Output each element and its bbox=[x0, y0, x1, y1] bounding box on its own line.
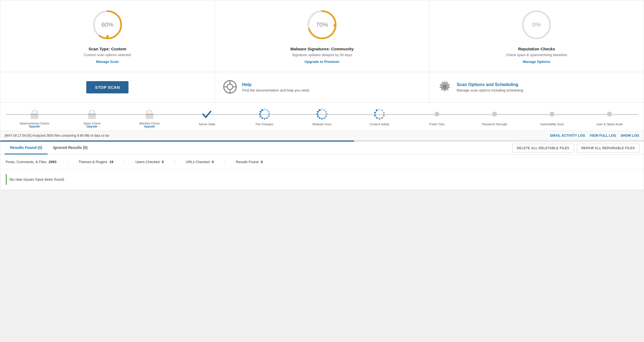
no-issues-bar bbox=[6, 174, 7, 185]
help-icon bbox=[223, 80, 237, 95]
svg-point-15 bbox=[443, 85, 447, 89]
ignored-results-tab[interactable]: Ignored Results (0) bbox=[48, 142, 93, 154]
scan-type-circle: 60% bbox=[91, 8, 124, 41]
step-label-password-strength: Password Strength bbox=[482, 123, 507, 126]
step-label-malware-scan: Malware Scan bbox=[312, 123, 332, 126]
stat-urls: URLs Checked 0 bbox=[186, 160, 214, 164]
help-title[interactable]: Help bbox=[242, 82, 309, 87]
spinner-icon-file-changes bbox=[259, 108, 271, 121]
svg-point-40 bbox=[316, 113, 318, 115]
help-cell: Help Find the documentation and help you… bbox=[215, 72, 429, 102]
svg-point-48 bbox=[379, 118, 381, 120]
manage-options-link[interactable]: Manage Options bbox=[523, 60, 550, 64]
svg-point-49 bbox=[376, 117, 378, 119]
scan-options-desc: Manage scan options including scheduling bbox=[457, 88, 523, 92]
step-file-changes: File Changes bbox=[236, 108, 293, 128]
circle-dot bbox=[106, 35, 109, 38]
svg-point-32 bbox=[323, 109, 325, 111]
svg-point-25 bbox=[263, 118, 265, 120]
scan-type-percent: 60% bbox=[102, 21, 114, 28]
step-spam-check: Spam CheckUpgrade bbox=[63, 108, 121, 128]
scan-options-title[interactable]: Scan Options and Scheduling bbox=[457, 82, 523, 87]
step-label-spamvertising: Spamvertising Checks bbox=[20, 122, 49, 125]
step-malware-scan: Malware Scan bbox=[293, 108, 351, 128]
stat-posts-value: 2993 bbox=[49, 160, 57, 164]
stat-themes: Themes & Plugins 19 bbox=[78, 160, 113, 164]
svg-point-46 bbox=[383, 115, 385, 117]
inactive-icon-user-option-audit bbox=[606, 111, 612, 118]
svg-point-24 bbox=[266, 117, 268, 119]
stat-users-label: Users Checked bbox=[135, 160, 160, 164]
stop-scan-button[interactable]: STOP SCAN bbox=[86, 81, 128, 93]
show-log-link[interactable]: SHOW LOG bbox=[621, 134, 639, 138]
stats-row: Posts, Comments, & Files 2993 Themes & P… bbox=[0, 155, 644, 169]
results-found-tab[interactable]: Results Found (0) bbox=[5, 142, 48, 154]
svg-point-51 bbox=[374, 112, 376, 114]
svg-point-43 bbox=[379, 109, 381, 111]
help-desc: Find the documentation and help you need bbox=[242, 88, 309, 92]
stat-users: Users Checked 0 bbox=[135, 160, 164, 164]
metrics-row: 60% Scan Type: Custom Custom scan option… bbox=[0, 0, 644, 72]
delete-all-button[interactable]: DELETE ALL DELETABLE FILES bbox=[512, 144, 574, 152]
no-issues-area: No new issues have been found. bbox=[0, 169, 644, 190]
manage-scan-link[interactable]: Manage Scan bbox=[96, 60, 119, 64]
status-links: EMAIL ACTIVITY LOG VIEW FULL LOG SHOW LO… bbox=[550, 134, 639, 138]
status-text: [MAY 08 17:54:05] Analyzed 3600 files co… bbox=[5, 134, 109, 138]
malware-sig-percent: 70% bbox=[316, 21, 328, 28]
lock-icon-spam-check bbox=[87, 108, 97, 120]
svg-point-45 bbox=[383, 112, 385, 114]
svg-point-33 bbox=[325, 111, 327, 113]
stat-results: Results Found 0 bbox=[236, 160, 263, 164]
malware-sig-circle: 70% bbox=[306, 8, 338, 41]
step-label-file-changes: File Changes bbox=[256, 123, 273, 126]
stat-results-value: 0 bbox=[261, 160, 263, 164]
spinner-dim-icon-content-safety bbox=[373, 108, 385, 121]
inactive-icon-public-files bbox=[434, 111, 440, 118]
svg-point-30 bbox=[261, 109, 263, 111]
svg-point-29 bbox=[259, 111, 261, 113]
stat-urls-label: URLs Checked bbox=[186, 160, 210, 164]
stat-results-label: Results Found bbox=[236, 160, 259, 164]
no-issues-text: No new issues have been found. bbox=[10, 177, 65, 182]
gear-icon bbox=[438, 80, 452, 95]
steps-row: Spamvertising ChecksUpgrade Spam CheckUp… bbox=[0, 103, 644, 131]
spinner-icon-malware-scan bbox=[316, 108, 328, 121]
repair-all-button[interactable]: REPAIR ALL REPAIRABLE FILES bbox=[577, 144, 639, 152]
step-sublabel-blacklist-check[interactable]: Upgrade bbox=[144, 125, 155, 128]
scan-type-desc: Custom scan options selected bbox=[84, 53, 131, 57]
lock-icon-spamvertising bbox=[30, 108, 39, 120]
step-label-blacklist-check: Blacklist Check bbox=[139, 122, 160, 125]
svg-point-34 bbox=[326, 113, 327, 115]
malware-sig-title: Malware Signatures: Community bbox=[290, 47, 354, 51]
svg-point-27 bbox=[259, 115, 261, 117]
step-label-public-files: Public Files bbox=[429, 123, 444, 126]
tab-actions: DELETE ALL DELETABLE FILES REPAIR ALL RE… bbox=[512, 144, 639, 152]
svg-point-44 bbox=[381, 109, 383, 111]
upgrade-premium-link[interactable]: Upgrade to Premium bbox=[305, 60, 339, 64]
step-label-server-state: Server State bbox=[199, 123, 215, 126]
stat-themes-value: 19 bbox=[109, 160, 113, 164]
metric-scan-type: 60% Scan Type: Custom Custom scan option… bbox=[0, 0, 215, 72]
svg-point-37 bbox=[321, 118, 323, 120]
check-icon-server-state bbox=[201, 108, 213, 121]
help-content: Help Find the documentation and help you… bbox=[242, 82, 309, 92]
step-spamvertising: Spamvertising ChecksUpgrade bbox=[6, 108, 63, 128]
step-blacklist-check: Blacklist CheckUpgrade bbox=[121, 108, 178, 128]
svg-point-54 bbox=[492, 112, 497, 117]
svg-point-47 bbox=[381, 117, 383, 119]
svg-point-42 bbox=[319, 109, 321, 111]
step-public-files: Public Files bbox=[408, 108, 466, 128]
step-sublabel-spamvertising[interactable]: Upgrade bbox=[29, 125, 40, 128]
view-full-log-link[interactable]: VIEW FULL LOG bbox=[590, 134, 616, 138]
email-log-link[interactable]: EMAIL ACTIVITY LOG bbox=[550, 134, 585, 138]
svg-point-50 bbox=[374, 115, 376, 117]
lock-icon-blacklist-check bbox=[145, 108, 154, 120]
stat-urls-value: 0 bbox=[212, 160, 214, 164]
malware-sig-desc: Signature updates delayed by 30 days bbox=[292, 53, 352, 57]
inactive-icon-vulnerability-scan bbox=[549, 111, 555, 118]
step-label-user-option-audit: User & Option Audit bbox=[596, 123, 623, 126]
svg-point-20 bbox=[266, 109, 268, 111]
step-sublabel-spam-check[interactable]: Upgrade bbox=[87, 125, 98, 128]
step-content-safety: Content Safety bbox=[351, 108, 408, 128]
svg-point-26 bbox=[261, 117, 263, 119]
